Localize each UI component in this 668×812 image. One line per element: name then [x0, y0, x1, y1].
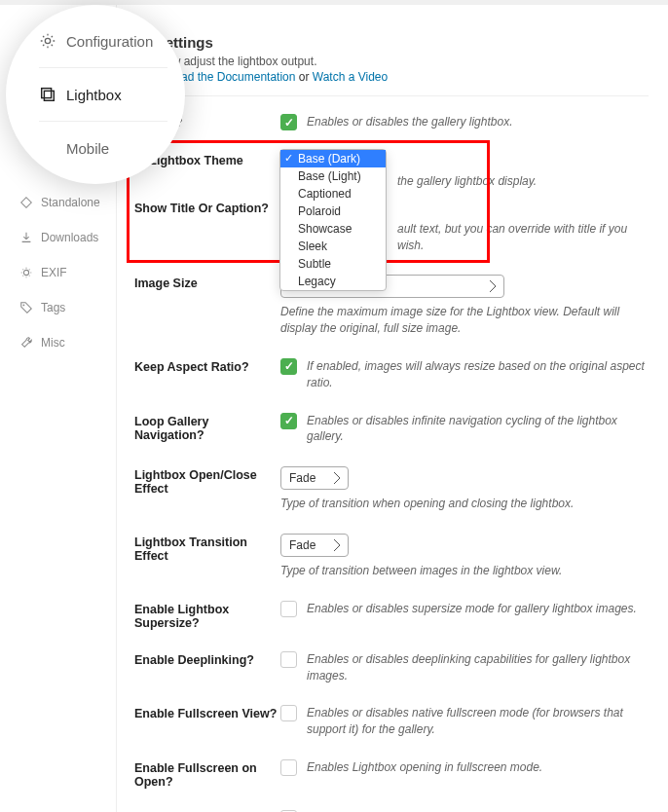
setting-label: Keep Aspect Ratio?	[134, 358, 280, 374]
doc-link[interactable]: Read the Documentation	[167, 70, 296, 84]
sidebar-item-label: Standalone	[41, 196, 100, 209]
setting-row-open_effect: Lightbox Open/Close EffectFadeType of tr…	[134, 466, 649, 512]
setting-body: Enables or disables native fullscreen mo…	[280, 705, 649, 738]
theme-option[interactable]: Sleek	[280, 238, 386, 255]
setting-label: Lightbox Transition Effect	[134, 534, 280, 563]
sidebar-item-misc[interactable]: Misc	[0, 325, 116, 360]
divider	[134, 95, 649, 96]
zoom-label: Lightbox	[66, 87, 122, 103]
setting-label: Show Title Or Caption?	[134, 200, 280, 215]
setting-label: Lightbox Open/Close Effect	[134, 466, 280, 496]
setting-label: Enable Fullscreen View?	[134, 705, 280, 720]
setting-body: FadeType of transition between images in…	[280, 534, 649, 579]
setting-body: FadeType of transition when opening and …	[280, 466, 649, 512]
trans_effect-select[interactable]: Fade	[280, 534, 349, 557]
aspect-checkbox[interactable]	[280, 358, 297, 375]
wrench-icon	[19, 336, 33, 350]
enable_lightbox-checkbox[interactable]	[280, 114, 297, 130]
page-subtitle: gs below adjust the lightbox output.	[134, 55, 649, 68]
sidebar-item-label: Misc	[41, 336, 65, 350]
setting-description: Enables or disables native fullscreen mo…	[307, 705, 649, 738]
sidebar-item-exif[interactable]: EXIF	[0, 255, 116, 290]
sidebar-item-tags[interactable]: Tags	[0, 290, 116, 325]
setting-description: the gallery lightbox display.	[397, 173, 649, 190]
svg-rect-3	[42, 89, 52, 98]
setting-description: Enables or disables deeplinking capabili…	[307, 651, 649, 684]
setting-label: Loop Gallery Navigation?	[134, 413, 280, 442]
tag-icon	[19, 301, 33, 314]
open_effect-select[interactable]: Fade	[280, 466, 349, 490]
sidebar-item-configuration-zoom[interactable]: Configuration	[39, 15, 167, 68]
zoom-label: Configuration	[66, 33, 153, 50]
page-title: ox Settings	[134, 34, 649, 51]
setting-description: Type of transition when opening and clos…	[280, 496, 649, 512]
main-panel: ox Settings gs below adjust the lightbox…	[117, 5, 668, 812]
setting-label: Enable Lightbox Supersize?	[134, 601, 280, 630]
theme-option[interactable]: Base (Light)	[280, 167, 386, 185]
sidebar-item-lightbox-zoom[interactable]: Lightbox	[39, 68, 167, 122]
setting-row-show_title: Show Title Or Caption?ault text, but you…	[134, 200, 649, 254]
setting-label: Enable Fullscreen on Open?	[134, 759, 280, 789]
supersize-checkbox[interactable]	[280, 601, 297, 617]
svg-rect-4	[44, 91, 54, 100]
deeplink-checkbox[interactable]	[280, 651, 297, 668]
setting-body: Enables or disables supersize mode for g…	[280, 601, 649, 617]
fs_open-checkbox[interactable]	[280, 759, 297, 776]
lightbox-icon	[39, 86, 56, 103]
setting-label: Image Size	[134, 275, 280, 290]
setting-description: Type of transition between images in the…	[280, 563, 649, 579]
setting-row-loop: Loop Gallery Navigation?Enables or disab…	[134, 413, 649, 446]
setting-row-supersize: Enable Lightbox Supersize?Enables or dis…	[134, 601, 649, 630]
theme-option[interactable]: Legacy	[280, 273, 386, 290]
zoom-label: Mobile	[66, 140, 109, 157]
setting-row-theme: ry Lightbox Theme the gallery lightbox d…	[134, 152, 649, 190]
setting-body: Enables or disables deeplinking capabili…	[280, 651, 649, 684]
sun-icon	[19, 266, 33, 279]
setting-description: Enables or disables the gallery lightbox…	[307, 114, 512, 130]
svg-point-1	[23, 305, 25, 307]
setting-description: ault text, but you can override with tit…	[397, 221, 649, 254]
setting-description: Enables or disables supersize mode for g…	[307, 601, 637, 617]
setting-body: Enables or disables the gallery lightbox…	[280, 114, 649, 130]
setting-row-image_size: Image SizeDefaultDefine the maximum imag…	[134, 275, 649, 337]
sidebar-item-standalone[interactable]: Standalone	[0, 185, 116, 220]
setting-row-fs_open: Enable Fullscreen on Open?Enables Lightb…	[134, 759, 649, 789]
theme-option[interactable]: Polaroid	[280, 203, 386, 220]
zoom-lens: Configuration Lightbox Mobile	[6, 5, 185, 184]
fullscreen-checkbox[interactable]	[280, 705, 297, 721]
gear-icon	[39, 32, 56, 50]
setting-body: If enabled, images will always resize ba…	[280, 358, 649, 391]
diamond-icon	[19, 196, 33, 209]
sidebar-item-label: Downloads	[41, 231, 98, 244]
setting-row-enable_lightbox: ghtbox?Enables or disables the gallery l…	[134, 114, 649, 130]
setting-row-aspect: Keep Aspect Ratio?If enabled, images wil…	[134, 358, 649, 391]
download-icon	[19, 231, 33, 244]
setting-description: If enabled, images will always resize ba…	[307, 358, 649, 391]
setting-description: Enables or disables infinite navigation …	[307, 413, 649, 446]
theme-option[interactable]: Captioned	[280, 185, 386, 203]
video-link[interactable]: Watch a Video	[313, 70, 388, 84]
setting-row-fullscreen: Enable Fullscreen View?Enables or disabl…	[134, 705, 649, 738]
sidebar-item-mobile-zoom[interactable]: Mobile	[39, 122, 167, 174]
theme-option[interactable]: Showcase	[280, 220, 386, 238]
sidebar-item-label: Tags	[41, 301, 65, 314]
svg-point-2	[45, 38, 50, 43]
setting-description: Define the maximum image size for the Li…	[280, 304, 649, 337]
sidebar-item-label: EXIF	[41, 266, 67, 279]
help-line: help? Read the Documentation or Watch a …	[134, 70, 649, 84]
setting-body: Enables Lightbox opening in fullscreen m…	[280, 759, 649, 776]
setting-row-trans_effect: Lightbox Transition EffectFadeType of tr…	[134, 534, 649, 579]
theme-dropdown[interactable]: Base (Dark)Base (Light)CaptionedPolaroid…	[279, 149, 387, 291]
theme-option[interactable]: Subtle	[280, 255, 386, 273]
mobile-icon	[39, 139, 56, 157]
svg-point-0	[23, 270, 28, 275]
setting-row-deeplink: Enable Deeplinking?Enables or disables d…	[134, 651, 649, 684]
theme-option[interactable]: Base (Dark)	[280, 150, 386, 167]
setting-body: Enables or disables infinite navigation …	[280, 413, 649, 446]
setting-label: Enable Deeplinking?	[134, 651, 280, 667]
setting-description: Enables Lightbox opening in fullscreen m…	[307, 759, 542, 776]
loop-checkbox[interactable]	[280, 413, 297, 429]
sidebar-item-downloads[interactable]: Downloads	[0, 220, 116, 255]
